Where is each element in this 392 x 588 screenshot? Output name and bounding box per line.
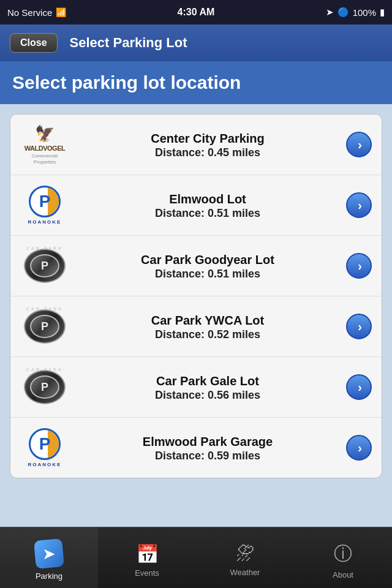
parking-icon: ➤ xyxy=(34,538,64,569)
page-title: Select parking lot location xyxy=(12,72,380,93)
item-info: Center City Parking Distance: 0.45 miles xyxy=(78,130,337,159)
item-arrow[interactable]: › xyxy=(346,192,372,218)
item-logo: P CAR PARK xyxy=(20,244,69,287)
item-name: Elmwood Park Garage xyxy=(78,434,337,450)
park-roanoke-logo: P ROANOKE xyxy=(28,428,62,467)
item-info: Car Park Gale Lot Distance: 0.56 miles xyxy=(78,373,337,402)
list-item[interactable]: P CAR PARK Car Park Goodyear Lot Distanc… xyxy=(10,236,382,296)
item-distance: Distance: 0.59 miles xyxy=(78,450,337,462)
carrier-label: No Service xyxy=(7,7,52,18)
info-icon: ⓘ xyxy=(334,541,352,567)
tab-weather-label: Weather xyxy=(230,568,260,577)
item-name: Car Park Goodyear Lot xyxy=(78,252,337,268)
time-label: 4:30 AM xyxy=(178,7,215,18)
tab-events-label: Events xyxy=(135,568,159,578)
tab-parking-label: Parking xyxy=(36,571,62,581)
page-header: Select parking lot location xyxy=(0,61,392,104)
chevron-right-icon: › xyxy=(358,380,362,394)
tab-about-label: About xyxy=(333,570,353,579)
chevron-right-icon: › xyxy=(358,441,362,455)
weather-icon: ⛈ xyxy=(236,543,254,564)
item-name: Elmwood Lot xyxy=(78,191,337,207)
nav-title: Select Parking Lot xyxy=(70,35,187,51)
item-arrow[interactable]: › xyxy=(346,132,372,157)
park-roanoke-logo: P ROANOKE xyxy=(28,186,62,225)
item-info: Car Park Goodyear Lot Distance: 0.51 mil… xyxy=(78,252,337,281)
item-arrow[interactable]: › xyxy=(346,435,372,461)
close-button[interactable]: Close xyxy=(10,33,58,53)
item-distance: Distance: 0.56 miles xyxy=(78,389,337,402)
chevron-right-icon: › xyxy=(358,138,362,152)
navigation-icon: ➤ xyxy=(42,545,56,564)
tab-weather[interactable]: ⛈ Weather xyxy=(196,527,294,588)
item-arrow[interactable]: › xyxy=(346,374,372,400)
item-distance: Distance: 0.45 miles xyxy=(78,146,337,159)
item-logo: P CAR PARK xyxy=(20,305,69,348)
item-info: Elmwood Park Garage Distance: 0.59 miles xyxy=(78,434,337,462)
item-distance: Distance: 0.52 miles xyxy=(78,328,337,341)
chevron-right-icon: › xyxy=(358,320,362,334)
battery-label: 100% xyxy=(353,7,376,18)
status-left: No Service 📶 xyxy=(7,7,66,18)
item-name: Center City Parking xyxy=(78,130,337,146)
item-distance: Distance: 0.51 miles xyxy=(78,268,337,281)
item-name: Car Park YWCA Lot xyxy=(78,312,337,328)
item-info: Car Park YWCA Lot Distance: 0.52 miles xyxy=(78,312,337,341)
bluetooth-icon: 🔵 xyxy=(337,7,349,18)
item-info: Elmwood Lot Distance: 0.51 miles xyxy=(78,191,337,220)
car-park-logo: P CAR PARK xyxy=(23,308,67,345)
item-distance: Distance: 0.51 miles xyxy=(78,207,337,220)
tab-parking[interactable]: ➤ Parking xyxy=(0,527,98,588)
chevron-right-icon: › xyxy=(358,259,362,273)
waldvogel-logo: 🦅 WALDVOGEL Commercial Properties xyxy=(20,124,69,166)
item-logo: 🦅 WALDVOGEL Commercial Properties xyxy=(20,123,69,166)
battery-icon: ▮ xyxy=(380,7,385,18)
item-arrow[interactable]: › xyxy=(346,314,372,339)
item-arrow[interactable]: › xyxy=(346,253,372,279)
tab-about[interactable]: ⓘ About xyxy=(294,527,392,588)
list-item[interactable]: P ROANOKE Elmwood Lot Distance: 0.51 mil… xyxy=(10,175,382,236)
parking-list-container: 🦅 WALDVOGEL Commercial Properties Center… xyxy=(0,104,392,570)
item-logo: P ROANOKE xyxy=(20,184,69,227)
car-park-logo: P CAR PARK xyxy=(23,247,67,284)
list-item[interactable]: P ROANOKE Elmwood Park Garage Distance: … xyxy=(10,418,382,478)
car-park-logo: P CAR PARK xyxy=(23,369,67,405)
list-item[interactable]: P CAR PARK Car Park Gale Lot Distance: 0… xyxy=(10,357,382,418)
item-logo: P ROANOKE xyxy=(20,426,69,469)
item-logo: P CAR PARK xyxy=(20,366,69,409)
chevron-right-icon: › xyxy=(358,198,362,213)
tab-events[interactable]: 📅 Events xyxy=(98,527,196,588)
status-bar: No Service 📶 4:30 AM ➤ 🔵 100% ▮ xyxy=(0,0,392,24)
location-icon: ➤ xyxy=(326,7,334,18)
calendar-icon: 📅 xyxy=(136,543,159,565)
list-item[interactable]: P CAR PARK Car Park YWCA Lot Distance: 0… xyxy=(10,296,382,357)
wifi-icon: 📶 xyxy=(56,7,66,17)
nav-bar: Close Select Parking Lot xyxy=(0,24,392,61)
status-right: ➤ 🔵 100% ▮ xyxy=(326,7,385,18)
list-item[interactable]: 🦅 WALDVOGEL Commercial Properties Center… xyxy=(10,115,382,175)
item-name: Car Park Gale Lot xyxy=(78,373,337,389)
parking-list: 🦅 WALDVOGEL Commercial Properties Center… xyxy=(10,114,382,478)
tab-bar: ➤ Parking 📅 Events ⛈ Weather ⓘ About xyxy=(0,527,392,588)
